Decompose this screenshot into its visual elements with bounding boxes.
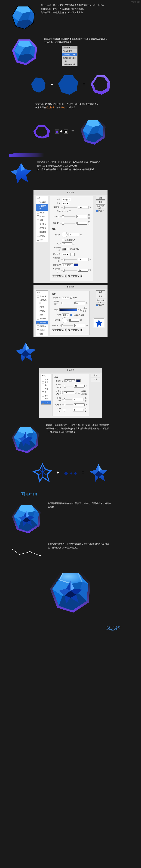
section-3-header: 3最后部分	[21, 492, 141, 497]
equals-op: =	[83, 81, 85, 88]
svg-rect-44	[29, 551, 30, 552]
layer-style-panel-shadow: 图层样式 样式 斜面和浮雕 内阴影 渐变叠加 投影 确定 取消 结构 混合模式:…	[39, 368, 102, 418]
final-gem	[0, 563, 141, 622]
step-4-text: 宝石的本体已经完成，做点浮雕上去，效果会很不错的，形状自己把控哦，这是用钢笔尖去…	[37, 160, 101, 171]
gem-near-final	[9, 502, 44, 535]
svg-rect-42	[12, 549, 13, 550]
star-outline	[32, 462, 53, 483]
crescent-result	[89, 74, 112, 95]
layer-style-panel-gradient: 图层样式 样式 混合选项 斜面和浮雕 内阴影 内发光 光泽 颜色叠加 渐变叠加 …	[33, 285, 108, 337]
svg-rect-43	[19, 554, 20, 555]
shape-subtract-equation: − =	[0, 70, 141, 99]
step-1: 用这个方式，我们就可以把下面的各个切面都渲染出来，在这里没有做的太细致，同学们可…	[0, 0, 141, 33]
step-5: 效果是不是感觉而密的，不是很自然，我们还差一步就是把内投影的效果细化下，让内投影…	[0, 420, 141, 459]
step-6: 是不是感觉切面衔接的地方比较突兀，解决这个问题很简单，钢笔尖动起来	[0, 498, 141, 538]
mask-equation: + =	[0, 113, 141, 150]
step-5-text: 效果是不是感觉而密的，不是很自然，我们还差一步就是把内投影的效果细化下，让内投影…	[46, 423, 109, 434]
crescent-purple	[32, 124, 51, 138]
svg-marker-16	[31, 78, 46, 93]
step-1-text: 用这个方式，我们就可以把下面的各个切面都渲染出来，在这里没有做的太细致，同学们可…	[40, 3, 104, 14]
svg-rect-20	[65, 131, 67, 133]
minus-op: −	[50, 81, 53, 88]
cancel-button[interactable]: 取消	[96, 200, 105, 204]
gradient-strip	[9, 150, 44, 157]
step-3: 在紫色上加个模板 ◧ 在用 ▦ 一个渐变，就会出现反光的效果了，在用图层的混合样…	[0, 99, 141, 113]
menu-item-subtract[interactable]: ◪减去顶层形状	[62, 53, 77, 56]
mask-box-thumb	[55, 129, 59, 133]
menu-item-exclude[interactable]: ◫排除重叠形状	[62, 63, 77, 66]
step-7-text: 沿着衔接的菱角画一个窄窄的过度面，这个形状高亮的颜色要用滤色，当然也可以加一层小…	[48, 542, 111, 549]
star-shape	[9, 160, 33, 185]
new-style-button[interactable]: 新建样式(W)...	[96, 205, 105, 208]
step-6-text: 是不是感觉切面衔接的地方比较突兀，解决这个问题很简单，钢笔尖动起来	[48, 502, 111, 509]
menu-item-merge[interactable]: ◫合并形状	[62, 49, 77, 53]
step-2-text: 把最底部的图层和最上面的图层复制出来一个用小圆层减去大圆层，出来的形状就是紫色的…	[44, 37, 108, 44]
panel-sidebar[interactable]: 样式 混合选项 斜面和浮雕 内阴影 内发光 光泽 颜色叠加 渐变叠加 图案叠加 …	[36, 196, 48, 242]
context-menu[interactable]: ◇ 新建项目 ◫合并形状 ◪减去顶层形状 ◩与形状区域相交 ◫排除重叠形状	[62, 45, 78, 66]
preview-box	[93, 317, 105, 328]
step-4: 宝石的本体已经完成，做点浮雕上去，效果会很不错的，形状自己把控哦，这是用钢笔尖去…	[0, 157, 141, 189]
pen-path	[9, 542, 44, 560]
panel-title: 图层样式	[33, 190, 108, 195]
small-octagon	[29, 76, 47, 93]
ok-button[interactable]: 确定	[96, 196, 105, 199]
menu-item-intersect[interactable]: ◩与形状区域相交	[62, 56, 77, 63]
step-3-text: 在紫色上加个模板 ◧ 在用 ▦ 一个渐变，就会出现反光的效果了，在用图层的混合样…	[35, 102, 99, 110]
layer-style-panel-bevel: 图层样式 样式 混合选项 斜面和浮雕 内阴影 内发光 光泽 颜色叠加 渐变叠加 …	[33, 190, 108, 283]
large-octagon	[56, 74, 79, 95]
gem-with-star	[9, 423, 42, 455]
svg-marker-17	[58, 75, 78, 95]
gem-image-1	[9, 3, 37, 30]
gem-image-2	[9, 37, 40, 67]
tiny-shapes	[62, 468, 79, 477]
step-7: 沿着衔接的菱角画一个窄窄的过度面，这个形状高亮的颜色要用滤色，当然也可以加一层小…	[0, 538, 141, 563]
star-fill-equation: + =	[0, 459, 141, 487]
step-2: 把最底部的图层和最上面的图层复制出来一个用小圆层减去大圆层，出来的形状就是紫色的…	[0, 33, 141, 70]
star-filled	[88, 462, 109, 483]
mask-box-mask	[64, 129, 68, 133]
svg-rect-45	[40, 555, 41, 556]
gem-with-highlight	[77, 117, 109, 146]
signature: 郑志铧	[0, 624, 141, 632]
watermark: 品牌图库网	[131, 1, 140, 3]
star-with-shadow	[0, 339, 141, 366]
